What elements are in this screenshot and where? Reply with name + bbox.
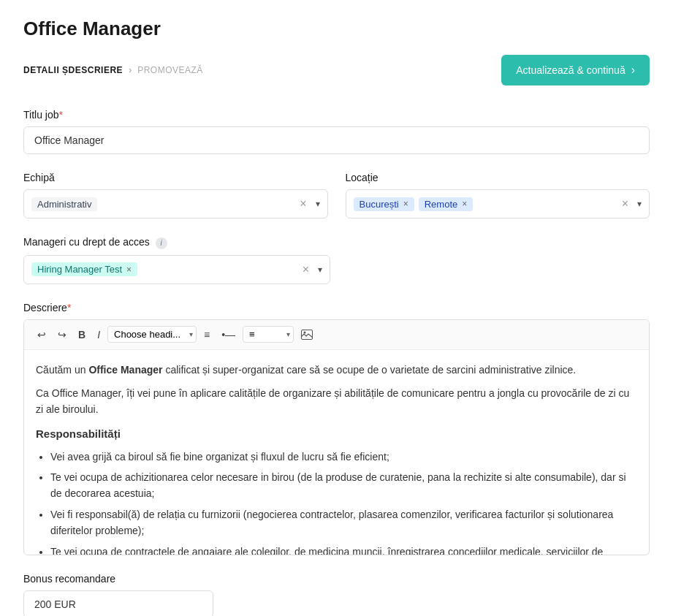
description-label: Descriere* — [23, 302, 650, 313]
team-clear-icon[interactable]: × — [300, 198, 306, 210]
svg-point-1 — [304, 331, 306, 333]
location-tag-bucharest: București × — [354, 197, 414, 211]
managers-info-icon[interactable]: i — [156, 237, 167, 249]
managers-dropdown-arrow-icon[interactable]: ▾ — [318, 265, 322, 275]
job-title-section: Titlu job* — [23, 109, 650, 154]
team-tag: Administrativ — [31, 197, 97, 211]
breadcrumb-step1[interactable]: DETALII ȘDESCRIERE — [23, 65, 123, 75]
managers-label: Manageri cu drept de acces i — [23, 236, 650, 249]
location-label: Locație — [346, 172, 650, 183]
location-section: Locație București × Remote × × ▾ — [346, 172, 650, 218]
location-tag-remote-close-icon[interactable]: × — [462, 199, 467, 209]
managers-clear-icon[interactable]: × — [303, 264, 309, 275]
breadcrumb-row: DETALII ȘDESCRIERE › PROMOVEAZĂ Actualiz… — [23, 55, 650, 85]
unordered-list-button[interactable]: •— — [217, 326, 240, 343]
page-title: Office Manager — [23, 18, 650, 40]
team-select[interactable]: Administrativ × ▾ — [23, 189, 328, 218]
breadcrumb-step2[interactable]: PROMOVEAZĂ — [137, 65, 203, 75]
heading-select-wrapper: Choose headi... Heading 1 Heading 2 Head… — [107, 326, 197, 343]
italic-button[interactable]: I — [93, 326, 104, 343]
job-title-label: Titlu job* — [23, 109, 650, 121]
manager-tag-hiring: Hiring Manager Test × — [31, 262, 137, 276]
description-section: Descriere* ↩ ↪ B I Choose headi... Headi… — [23, 302, 650, 555]
team-dropdown-arrow-icon[interactable]: ▾ — [316, 199, 320, 209]
manager-tag-hiring-close-icon[interactable]: × — [126, 265, 132, 275]
location-select[interactable]: București × Remote × × ▾ — [346, 189, 650, 218]
managers-select[interactable]: Hiring Manager Test × × ▾ — [23, 255, 330, 284]
redo-button[interactable]: ↪ — [53, 326, 71, 343]
ordered-list-button[interactable]: ≡ — [199, 326, 214, 343]
location-tag-bucharest-close-icon[interactable]: × — [403, 199, 408, 209]
update-continue-button[interactable]: Actualizează & continuă › — [501, 55, 650, 85]
update-continue-label: Actualizează & continuă — [516, 64, 625, 76]
heading-select[interactable]: Choose headi... Heading 1 Heading 2 Head… — [107, 326, 197, 343]
bold-button[interactable]: B — [74, 326, 90, 343]
team-label: Echipă — [23, 172, 328, 183]
chevron-right-icon: › — [631, 64, 635, 77]
align-select[interactable]: ≡ Left Center Right — [243, 326, 294, 343]
bonus-input[interactable] — [23, 590, 213, 617]
location-tag-remote: Remote × — [419, 197, 474, 211]
team-section: Echipă Administrativ × ▾ — [23, 172, 328, 218]
breadcrumb: DETALII ȘDESCRIERE › PROMOVEAZĂ — [23, 65, 203, 75]
image-button[interactable] — [297, 327, 317, 343]
editor-wrapper: Căutăm un Office Manager calificat și su… — [24, 350, 649, 555]
team-location-row: Echipă Administrativ × ▾ Locație Bucureș… — [23, 172, 650, 218]
location-clear-icon[interactable]: × — [622, 198, 628, 210]
align-wrapper: ≡ Left Center Right ▾ — [243, 326, 294, 343]
breadcrumb-separator: › — [129, 65, 132, 75]
managers-section: Manageri cu drept de acces i Hiring Mana… — [23, 236, 650, 284]
undo-button[interactable]: ↩ — [33, 326, 50, 343]
description-editor: ↩ ↪ B I Choose headi... Heading 1 Headin… — [23, 319, 650, 555]
bonus-label: Bonus recomandare — [23, 573, 650, 585]
location-dropdown-arrow-icon[interactable]: ▾ — [637, 199, 642, 209]
bonus-section: Bonus recomandare — [23, 573, 650, 617]
job-title-input[interactable] — [23, 126, 650, 154]
editor-content-area[interactable]: Căutăm un Office Manager calificat și su… — [24, 350, 649, 555]
editor-toolbar: ↩ ↪ B I Choose headi... Heading 1 Headin… — [24, 320, 649, 350]
